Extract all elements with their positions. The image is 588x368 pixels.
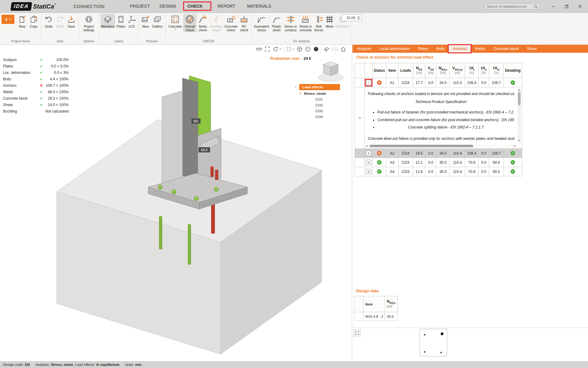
col-ned: NEd[kN] bbox=[413, 63, 425, 78]
tab-welds[interactable]: Welds bbox=[471, 45, 489, 53]
expand-row-button[interactable]: + bbox=[366, 160, 371, 165]
calculate-icon bbox=[171, 14, 180, 25]
status-design-code: Design code:EN bbox=[3, 363, 30, 366]
label-m2[interactable]: M2 bbox=[191, 118, 201, 124]
collapse-row-button[interactable]: − bbox=[366, 80, 371, 85]
anchor-row-a4[interactable]: + ✔ A4 CO3 12.6 0.0 35.0 110.4 70.6 0.0 … bbox=[355, 167, 522, 176]
menu-project[interactable]: PROJECT bbox=[130, 4, 150, 9]
scroll-down-icon[interactable] bbox=[518, 140, 520, 141]
bolt-forces-button[interactable]: Bolt forces bbox=[313, 14, 324, 32]
calculate-button[interactable]: Calculate ∨ bbox=[167, 14, 183, 31]
tree-node-co2[interactable]: CO2 bbox=[315, 103, 340, 107]
hidden-line-view-icon[interactable] bbox=[305, 46, 311, 52]
tab-local-deformation[interactable]: Local deformation bbox=[375, 45, 414, 53]
step-up-icon[interactable] bbox=[357, 16, 360, 17]
menu-design[interactable]: DESIGN bbox=[160, 4, 176, 9]
zoom-fit-icon[interactable] bbox=[264, 46, 270, 52]
rc-check-button[interactable]: RC check bbox=[238, 14, 250, 32]
tab-plates[interactable]: Plates bbox=[414, 45, 432, 53]
wireframe-view-icon[interactable] bbox=[296, 46, 303, 52]
members-toggle[interactable]: Members bbox=[100, 14, 115, 28]
scrollbar-thumb[interactable] bbox=[370, 145, 473, 147]
section-box-icon[interactable]: ∨ bbox=[286, 46, 294, 52]
anchor-row-a3[interactable]: + ✔ A3 CO3 12.1 0.0 35.0 110.4 70.6 0.0 … bbox=[355, 158, 522, 167]
scroll-left-icon[interactable] bbox=[366, 145, 368, 147]
lcs-toggle[interactable]: LCS bbox=[127, 14, 137, 28]
plastic-strain-button[interactable]: Plastic strain bbox=[270, 14, 283, 32]
group-label-options: Options bbox=[79, 39, 99, 44]
viewport-3d[interactable]: M2 M14 ∨ ∨ bbox=[0, 45, 352, 361]
tab-anchors[interactable]: Anchors bbox=[449, 45, 471, 53]
anchor-layout-preview[interactable] bbox=[420, 329, 447, 356]
restore-icon[interactable] bbox=[560, 0, 573, 13]
step-down-icon[interactable] bbox=[357, 18, 360, 20]
symmetry-icon[interactable] bbox=[332, 46, 338, 52]
mesh-button[interactable]: Mesh bbox=[324, 14, 335, 28]
design-data-section: Design data Item NRd,s[kN] M16 4.8 - 2 3… bbox=[355, 289, 398, 321]
view-cube[interactable] bbox=[318, 62, 344, 82]
registered-mark: ® bbox=[54, 3, 56, 6]
solid-view-icon[interactable] bbox=[313, 46, 319, 52]
expand-preview-button[interactable] bbox=[353, 329, 360, 336]
measure-icon[interactable] bbox=[256, 46, 262, 52]
redo-button[interactable]: Redo bbox=[55, 14, 66, 28]
horizontal-scrollbar[interactable] bbox=[365, 144, 516, 148]
scroll-up-icon[interactable] bbox=[518, 89, 520, 91]
gear-code-icon bbox=[84, 14, 93, 25]
col-expand-btn bbox=[365, 63, 373, 78]
scrollbar-thumb[interactable] bbox=[518, 92, 521, 105]
tab-analysis[interactable]: Analysis bbox=[353, 45, 375, 53]
bullet bbox=[373, 120, 374, 121]
deformed-scale-input[interactable] bbox=[342, 15, 356, 21]
minimize-icon[interactable] bbox=[546, 0, 560, 13]
tab-concrete-block[interactable]: Concrete block bbox=[489, 45, 523, 53]
chevron-down-icon[interactable]: ∨ bbox=[299, 92, 304, 95]
tree-node-load-effects[interactable]: ∨ Load effects bbox=[295, 84, 340, 90]
vertical-scrollbar[interactable] bbox=[518, 88, 521, 142]
tree-node-stress-strain[interactable]: ∨ Stress, strain bbox=[299, 92, 340, 95]
tree-node-co3[interactable]: CO3 bbox=[315, 109, 340, 113]
home-view-icon[interactable] bbox=[340, 46, 346, 52]
chevron-down-icon: ∨ bbox=[174, 28, 176, 31]
label-m14[interactable]: M14 bbox=[198, 147, 210, 152]
tree-node-co1[interactable]: CO1 bbox=[315, 98, 340, 101]
buckling-shape-button[interactable]: Buckling shape bbox=[209, 14, 224, 32]
anchor-row-a1[interactable]: − ✖ A1 CO4 17.7 0.0 34.0 110.4 106.4 0.0… bbox=[355, 78, 522, 87]
search-input[interactable] bbox=[484, 5, 534, 8]
chevron-down-icon[interactable]: ∨ bbox=[295, 86, 299, 89]
expand-row-button[interactable]: + bbox=[366, 151, 371, 156]
tab-shear[interactable]: Shear bbox=[523, 45, 541, 53]
search-icon[interactable] bbox=[534, 5, 538, 9]
clip-view-icon[interactable] bbox=[324, 46, 330, 52]
copy-item-button[interactable]: Copy bbox=[28, 14, 40, 28]
rotate-view-icon[interactable]: ∨ bbox=[273, 46, 281, 52]
new-item-button[interactable]: New bbox=[16, 14, 28, 28]
equivalent-stress-button[interactable]: Equivalent stress bbox=[253, 14, 270, 32]
new-picture-button[interactable]: New bbox=[140, 14, 151, 28]
undo-button[interactable]: Undo bbox=[43, 14, 55, 28]
overall-check-button[interactable]: Overall check bbox=[183, 14, 197, 32]
tab-bolts[interactable]: Bolts bbox=[432, 45, 449, 53]
stress-in-contacts-button[interactable]: Stress in contacts bbox=[283, 14, 298, 32]
save-button[interactable]: Save bbox=[66, 14, 77, 28]
design-data-row[interactable]: M16 4.8 - 2 35.6 bbox=[355, 312, 398, 321]
group-label-labels: Labels bbox=[99, 39, 138, 44]
scale-stepper[interactable] bbox=[356, 15, 361, 21]
concrete-check-button[interactable]: Concrete check bbox=[224, 14, 238, 32]
anchor-row-a2[interactable]: + ✖ A2 CO4 18.5 0.0 34.0 110.4 106.4 0.0… bbox=[355, 149, 522, 158]
project-item-selector[interactable]: 3∨ bbox=[2, 15, 14, 24]
menu-report[interactable]: REPORT bbox=[217, 4, 235, 9]
project-settings-button[interactable]: Project settings bbox=[81, 14, 97, 32]
strain-check-button[interactable]: Strain check bbox=[197, 14, 209, 32]
stress-in-concrete-button[interactable]: Stress in concrete bbox=[298, 14, 313, 32]
expand-row-button[interactable]: + bbox=[366, 169, 371, 174]
gallery-button[interactable]: Gallery bbox=[151, 14, 164, 28]
menu-check[interactable]: CHECK bbox=[187, 4, 203, 9]
close-icon[interactable] bbox=[573, 0, 587, 13]
detail-expander[interactable]: > bbox=[355, 87, 365, 149]
tree-node-co4[interactable]: CO4 bbox=[315, 115, 340, 119]
menu-materials[interactable]: MATERIALS bbox=[247, 4, 271, 9]
scroll-right-icon[interactable] bbox=[514, 145, 516, 147]
save-icon bbox=[67, 14, 76, 25]
plates-toggle[interactable]: Plates bbox=[115, 14, 127, 28]
